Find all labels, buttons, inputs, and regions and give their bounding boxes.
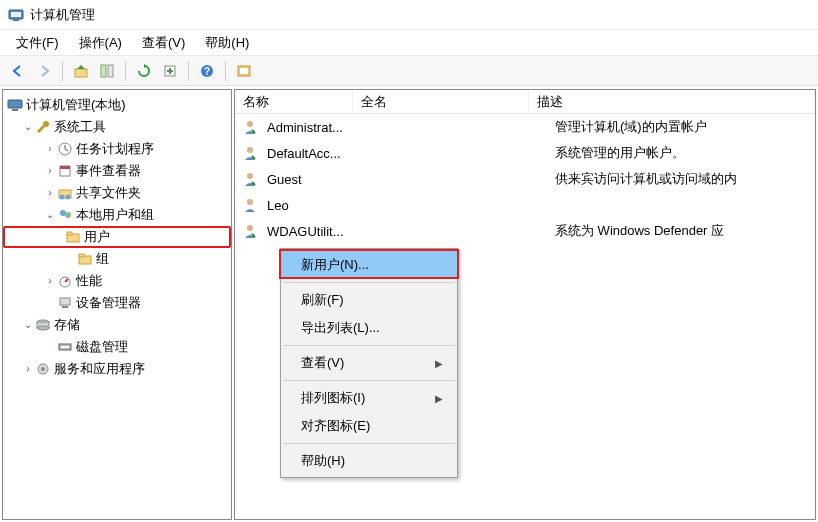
toolbar-back[interactable] <box>6 59 30 83</box>
context-view[interactable]: 查看(V) ▶ <box>281 349 457 377</box>
tree-users[interactable]: 用户 <box>3 226 231 248</box>
context-menu: 新用户(N)... 刷新(F) 导出列表(L)... 查看(V) ▶ 排列图标(… <box>280 248 458 478</box>
tree-pane[interactable]: 计算机管理(本地) ⌄ 系统工具 › 任务计划程序 › 事件查看器 <box>2 89 232 520</box>
shared-folder-icon <box>57 185 73 201</box>
svg-point-31 <box>37 326 49 330</box>
svg-rect-25 <box>79 254 84 257</box>
toolbar-separator <box>188 61 189 81</box>
context-separator <box>283 345 455 346</box>
expand-icon[interactable]: › <box>43 164 57 178</box>
tree-device-manager[interactable]: 设备管理器 <box>3 292 231 314</box>
list-row[interactable]: DefaultAcc... 系统管理的用户帐户。 <box>235 140 815 166</box>
list-header: 名称 全名 描述 <box>235 90 815 114</box>
context-refresh[interactable]: 刷新(F) <box>281 286 457 314</box>
toolbar-preview[interactable] <box>232 59 256 83</box>
svg-point-37 <box>247 147 253 153</box>
toolbar-refresh[interactable] <box>132 59 156 83</box>
expand-icon[interactable]: › <box>43 142 57 156</box>
svg-point-19 <box>66 195 71 200</box>
svg-rect-10 <box>240 68 248 74</box>
list-row[interactable]: Leo <box>235 192 815 218</box>
tree-groups[interactable]: 组 <box>3 248 231 270</box>
svg-point-18 <box>60 195 65 200</box>
tree-performance[interactable]: › 性能 <box>3 270 231 292</box>
services-icon <box>35 361 51 377</box>
user-icon <box>241 170 259 188</box>
tree-task-scheduler[interactable]: › 任务计划程序 <box>3 138 231 160</box>
context-new-user[interactable]: 新用户(N)... <box>281 251 457 279</box>
toolbar-up[interactable] <box>69 59 93 83</box>
toolbar-show-hide[interactable] <box>95 59 119 83</box>
tree-disk-management[interactable]: 磁盘管理 <box>3 336 231 358</box>
tools-icon <box>35 119 51 135</box>
disk-icon <box>57 339 73 355</box>
list-row[interactable]: Guest 供来宾访问计算机或访问域的内 <box>235 166 815 192</box>
list-row[interactable]: WDAGUtilit... 系统为 Windows Defender 应 <box>235 218 815 244</box>
toolbar-help[interactable]: ? <box>195 59 219 83</box>
performance-icon <box>57 273 73 289</box>
tree-event-viewer[interactable]: › 事件查看器 <box>3 160 231 182</box>
toolbar-separator <box>225 61 226 81</box>
svg-point-36 <box>247 121 253 127</box>
tree-services-apps[interactable]: › 服务和应用程序 <box>3 358 231 380</box>
body: 计算机管理(本地) ⌄ 系统工具 › 任务计划程序 › 事件查看器 <box>0 86 818 522</box>
titlebar: 计算机管理 <box>0 0 818 30</box>
menu-help[interactable]: 帮助(H) <box>195 32 259 54</box>
submenu-arrow-icon: ▶ <box>435 358 443 369</box>
user-icon <box>241 144 259 162</box>
toolbar-separator <box>125 61 126 81</box>
tree-shared-folders[interactable]: › 共享文件夹 <box>3 182 231 204</box>
list-row[interactable]: Administrat... 管理计算机(域)的内置帐户 <box>235 114 815 140</box>
svg-rect-3 <box>75 69 87 77</box>
menu-action[interactable]: 操作(A) <box>69 32 132 54</box>
toolbar-forward[interactable] <box>32 59 56 83</box>
submenu-arrow-icon: ▶ <box>435 393 443 404</box>
expand-icon[interactable]: › <box>21 362 35 376</box>
svg-point-21 <box>65 212 71 218</box>
context-align-icons[interactable]: 对齐图标(E) <box>281 412 457 440</box>
users-groups-icon <box>57 207 73 223</box>
toolbar: ? <box>0 56 818 86</box>
list-rows: Administrat... 管理计算机(域)的内置帐户 DefaultAcc.… <box>235 114 815 244</box>
svg-rect-5 <box>108 65 113 77</box>
folder-icon <box>65 229 81 245</box>
tree-root[interactable]: 计算机管理(本地) <box>3 94 231 116</box>
window-title: 计算机管理 <box>30 6 95 24</box>
folder-icon <box>77 251 93 267</box>
user-icon <box>241 118 259 136</box>
user-icon <box>241 196 259 214</box>
svg-rect-16 <box>60 166 70 169</box>
toolbar-separator <box>62 61 63 81</box>
column-name[interactable]: 名称 <box>235 90 353 113</box>
tree-local-users-groups[interactable]: ⌄ 本地用户和组 <box>3 204 231 226</box>
context-arrange-icons[interactable]: 排列图标(I) ▶ <box>281 384 457 412</box>
svg-rect-4 <box>101 65 106 77</box>
context-help[interactable]: 帮助(H) <box>281 447 457 475</box>
expand-icon[interactable]: › <box>43 186 57 200</box>
svg-point-35 <box>41 367 45 371</box>
column-description[interactable]: 描述 <box>529 90 815 113</box>
list-pane[interactable]: 名称 全名 描述 Administrat... 管理计算机(域)的内置帐户 De… <box>234 89 816 520</box>
menu-file[interactable]: 文件(F) <box>6 32 69 54</box>
collapse-icon[interactable]: ⌄ <box>21 120 35 134</box>
expand-icon[interactable]: › <box>43 274 57 288</box>
svg-rect-1 <box>11 12 21 17</box>
collapse-icon[interactable]: ⌄ <box>43 208 57 222</box>
user-icon <box>241 222 259 240</box>
svg-point-13 <box>43 121 49 127</box>
context-export-list[interactable]: 导出列表(L)... <box>281 314 457 342</box>
clock-icon <box>57 141 73 157</box>
context-separator <box>283 443 455 444</box>
device-icon <box>57 295 73 311</box>
menu-view[interactable]: 查看(V) <box>132 32 195 54</box>
tree-system-tools[interactable]: ⌄ 系统工具 <box>3 116 231 138</box>
svg-point-40 <box>247 225 253 231</box>
column-fullname[interactable]: 全名 <box>353 90 529 113</box>
svg-rect-27 <box>60 298 70 305</box>
menubar: 文件(F) 操作(A) 查看(V) 帮助(H) <box>0 30 818 56</box>
tree-storage[interactable]: ⌄ 存储 <box>3 314 231 336</box>
context-separator <box>283 282 455 283</box>
toolbar-export[interactable] <box>158 59 182 83</box>
collapse-icon[interactable]: ⌄ <box>21 318 35 332</box>
storage-icon <box>35 317 51 333</box>
